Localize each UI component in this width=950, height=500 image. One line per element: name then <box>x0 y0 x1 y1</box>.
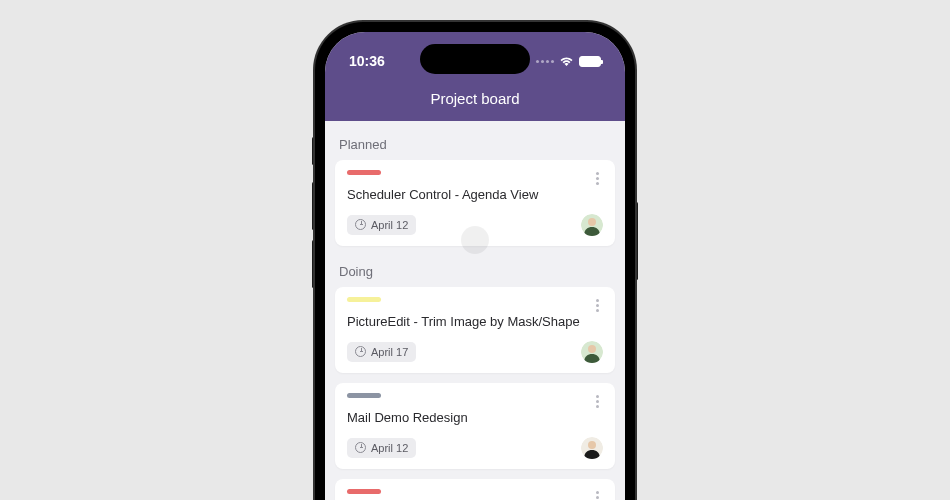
more-vertical-icon[interactable] <box>592 170 603 187</box>
app-header: Project board <box>325 80 625 121</box>
card-title: Scheduler Control - Agenda View <box>347 187 603 204</box>
more-vertical-icon[interactable] <box>592 393 603 410</box>
assignee-avatar[interactable] <box>581 437 603 459</box>
card-title: Mail Demo Redesign <box>347 410 603 427</box>
assignee-avatar[interactable] <box>581 214 603 236</box>
more-vertical-icon[interactable] <box>592 297 603 314</box>
card-color-tag <box>347 489 381 494</box>
phone-screen: 10:36 Project board Planne <box>325 32 625 500</box>
clock-icon <box>355 442 366 453</box>
cellular-icon <box>536 60 554 63</box>
task-card[interactable]: Mail Demo Redesign April 12 <box>335 383 615 469</box>
date-chip[interactable]: April 17 <box>347 342 416 362</box>
svg-point-5 <box>588 441 596 449</box>
phone-notch <box>420 44 530 74</box>
card-color-tag <box>347 170 381 175</box>
section-header-doing: Doing <box>335 256 615 287</box>
battery-icon <box>579 56 601 67</box>
card-color-tag <box>347 297 381 302</box>
status-time: 10:36 <box>349 53 385 69</box>
card-title: PictureEdit - Trim Image by Mask/Shape <box>347 314 603 331</box>
section-header-planned: Planned <box>335 129 615 160</box>
svg-point-3 <box>588 345 596 353</box>
task-card[interactable]: PictureEdit - Trim Image by Mask/Shape A… <box>335 287 615 373</box>
date-chip[interactable]: April 12 <box>347 215 416 235</box>
board-container[interactable]: Planned Scheduler Control - Agenda View … <box>325 121 625 500</box>
task-card[interactable]: NavBar and Office Navigation Bar April 2… <box>335 479 615 500</box>
phone-frame: 10:36 Project board Planne <box>315 22 635 500</box>
drag-overlay-circle <box>461 226 489 254</box>
phone-mockup: 10:36 Project board Planne <box>315 22 635 500</box>
assignee-avatar[interactable] <box>581 341 603 363</box>
clock-icon <box>355 219 366 230</box>
date-chip[interactable]: April 12 <box>347 438 416 458</box>
card-date: April 12 <box>371 219 408 231</box>
page-title: Project board <box>430 90 519 107</box>
phone-side-button <box>635 202 638 280</box>
more-vertical-icon[interactable] <box>592 489 603 500</box>
status-indicators <box>536 56 601 67</box>
clock-icon <box>355 346 366 357</box>
svg-point-1 <box>588 218 596 226</box>
card-date: April 17 <box>371 346 408 358</box>
wifi-icon <box>559 56 574 67</box>
card-date: April 12 <box>371 442 408 454</box>
card-color-tag <box>347 393 381 398</box>
